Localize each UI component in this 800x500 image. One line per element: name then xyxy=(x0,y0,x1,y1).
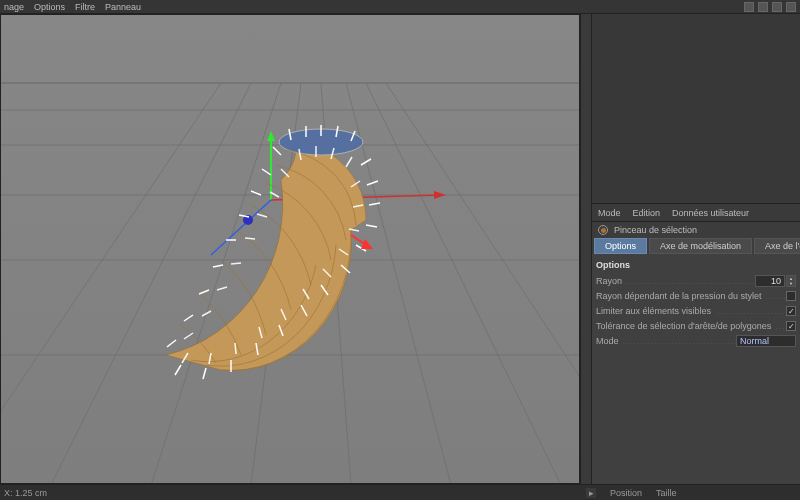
svg-line-65 xyxy=(257,214,267,217)
svg-line-60 xyxy=(235,343,236,354)
rayon-input[interactable]: 10 xyxy=(755,275,785,287)
mesh-surface[interactable] xyxy=(166,140,366,370)
tolerance-label: Tolérance de sélection d'arête/de polygo… xyxy=(596,321,786,331)
svg-line-37 xyxy=(203,368,206,379)
tolerance-checkbox[interactable]: ✓ xyxy=(786,321,796,331)
svg-line-40 xyxy=(262,169,271,175)
svg-line-46 xyxy=(184,315,193,321)
viewport-3d[interactable] xyxy=(0,14,580,484)
status-coords: X: 1.25 cm xyxy=(4,488,47,498)
menu-panneau[interactable]: Panneau xyxy=(105,2,141,12)
svg-line-26 xyxy=(361,159,371,165)
limiter-label: Limiter aux éléments visibles xyxy=(596,306,786,316)
tab-options[interactable]: Options xyxy=(594,238,647,254)
svg-line-28 xyxy=(369,203,380,205)
limiter-checkbox[interactable]: ✓ xyxy=(786,306,796,316)
menu-image[interactable]: nage xyxy=(4,2,24,12)
svg-line-45 xyxy=(199,290,209,294)
rayon-label: Rayon xyxy=(596,276,755,286)
svg-line-27 xyxy=(367,181,378,185)
svg-line-19 xyxy=(211,200,271,255)
tab-axe-objet[interactable]: Axe de l'obje xyxy=(754,238,800,254)
panel-menu-edition[interactable]: Edition xyxy=(633,208,661,218)
svg-line-29 xyxy=(366,225,377,227)
vp-icon-2[interactable] xyxy=(758,2,768,12)
svg-marker-18 xyxy=(434,191,446,199)
panel-menu-data[interactable]: Données utilisateur xyxy=(672,208,749,218)
mode-select[interactable]: Normal xyxy=(736,335,796,347)
mode-label: Mode xyxy=(596,336,736,346)
svg-marker-16 xyxy=(267,131,275,141)
svg-line-68 xyxy=(217,287,227,290)
panel-divider[interactable] xyxy=(580,14,592,500)
vp-icon-1[interactable] xyxy=(744,2,754,12)
object-manager-area[interactable] xyxy=(592,14,800,204)
svg-line-47 xyxy=(167,340,176,347)
svg-line-69 xyxy=(202,311,211,316)
status-position-label: Position xyxy=(610,488,642,498)
svg-line-70 xyxy=(184,333,193,339)
mesh-bent-tube[interactable] xyxy=(151,125,471,425)
vp-icon-3[interactable] xyxy=(772,2,782,12)
svg-line-38 xyxy=(175,365,181,375)
attribute-manager: Mode Edition Données utilisateur Pinceau… xyxy=(592,14,800,500)
svg-line-41 xyxy=(251,191,261,195)
pression-checkbox[interactable] xyxy=(786,291,796,301)
tool-radio-icon xyxy=(598,225,608,235)
tab-axe-modelisation[interactable]: Axe de modélisation xyxy=(649,238,752,254)
svg-line-39 xyxy=(273,147,281,155)
pression-label: Rayon dépendant de la pression du stylet xyxy=(596,291,786,301)
vp-icon-4[interactable] xyxy=(786,2,796,12)
options-title: Options xyxy=(596,260,796,270)
menu-filtre[interactable]: Filtre xyxy=(75,2,95,12)
menu-options[interactable]: Options xyxy=(34,2,65,12)
panel-menu-mode[interactable]: Mode xyxy=(598,208,621,218)
svg-line-67 xyxy=(231,263,241,264)
collapse-icon[interactable]: ▸ xyxy=(586,488,596,498)
status-left: X: 1.25 cm xyxy=(0,488,580,498)
status-taille-label: Taille xyxy=(656,488,677,498)
gizmo-x-handle[interactable] xyxy=(351,235,373,249)
svg-line-66 xyxy=(245,238,255,239)
rayon-spinner[interactable]: ▲▼ xyxy=(786,275,796,287)
svg-line-44 xyxy=(213,265,223,267)
viewport-icons xyxy=(744,2,796,12)
svg-line-51 xyxy=(346,157,352,167)
tool-name: Pinceau de sélection xyxy=(614,225,697,235)
